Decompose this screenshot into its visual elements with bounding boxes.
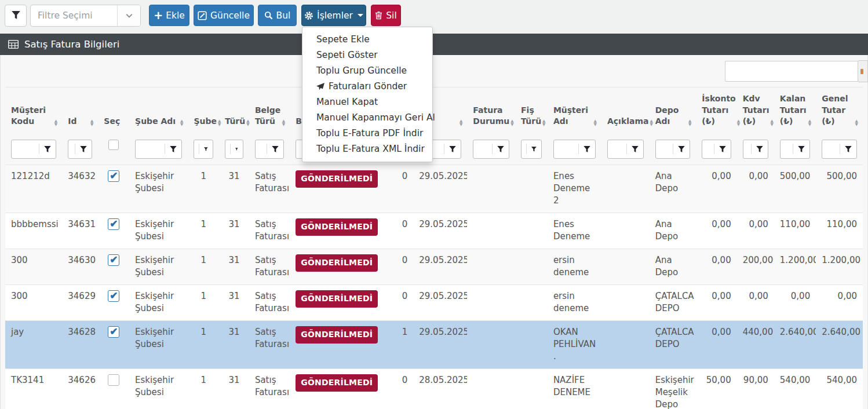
row-select-checkbox[interactable] [108,254,119,266]
sort-icon[interactable]: ▲▼ [90,119,93,127]
sort-icon[interactable]: ▲▼ [855,119,858,127]
sort-icon[interactable]: ▲▼ [808,119,811,127]
col-header-sube[interactable]: Şube▲▼ [188,87,219,134]
funnel-icon [170,146,177,152]
filter-input-fis-turu[interactable] [521,140,542,159]
filter-input-fatura-durumu[interactable] [473,140,509,159]
invoice-grid: Müşteri Kodu▲▼ Id▲▼ Seç Şube Adı▲▼ Şube▲… [5,87,863,409]
col-header-depo-adi[interactable]: Depo Adı▲▼ [650,87,696,134]
menu-item-sepeti-goster[interactable]: Sepeti Göster [302,48,432,63]
filter-input-kalan[interactable] [780,140,810,159]
row-select-checkbox[interactable] [108,374,119,386]
export-button[interactable] [858,60,868,82]
row-select-checkbox[interactable] [108,218,119,230]
filter-input-belge-turu[interactable] [255,140,284,159]
add-button[interactable]: + Ekle [149,5,189,26]
col-header-fatura-durumu[interactable]: Fatura Durumu▲▼ [467,87,515,134]
cell-musteri-kodu: jay [5,320,62,368]
export-icon [860,69,863,74]
filter-input-depo-adi[interactable] [655,140,691,159]
cell-fatura-durumu [467,320,515,368]
col-header-kalan[interactable]: Kalan Tutarı (₺)▲▼ [774,87,816,134]
cell-fatura-durumu [467,284,515,320]
update-button[interactable]: Güncelle [194,5,254,26]
find-button-label: Bul [276,10,291,21]
filter-input-id[interactable] [68,140,92,159]
cell-musteri-adi: NAZİFE DENEME [548,368,601,409]
sort-icon[interactable]: ▲▼ [594,119,597,127]
sort-icon[interactable]: ▲▼ [180,119,183,127]
caret-down-icon [358,14,363,17]
menu-item-manuel-kapat[interactable]: Manuel Kapat [302,94,432,110]
menu-item-faturalari-gonder[interactable]: Faturaları Gönder [302,79,432,94]
row-select-checkbox[interactable] [108,290,119,302]
filter-input-musteri-kodu[interactable] [11,140,56,159]
col-header-genel[interactable]: Genel Tutar (₺)▲▼ [816,87,863,134]
sec-filter-checkbox[interactable] [108,140,119,150]
delete-button[interactable]: Sil [371,5,401,26]
col-header-musteri-kodu[interactable]: Müşteri Kodu▲▼ [5,87,62,134]
sort-icon[interactable]: ▲▼ [688,119,691,127]
col-header-kdv[interactable]: Kdv Tutarı (₺)▲▼ [737,87,774,134]
sort-icon[interactable]: ▲▼ [650,119,653,127]
cell-iskonto: 0,00 [696,213,736,249]
menu-item-toplu-efatura-xml-indir[interactable]: Toplu E-Fatura XML İndir [302,141,432,157]
table-row[interactable]: 121212d 34632 Eskişehir Şubesi 1 31 Satı… [5,165,863,213]
filter-input-genel[interactable] [822,140,857,159]
trash-icon [375,11,382,20]
table-row[interactable]: 300 34629 Eskişehir Şubesi 1 31 Satış Fa… [5,284,863,320]
filter-input-aciklama[interactable] [607,140,644,159]
col-header-aciklama[interactable]: Açıklama▲▼ [601,87,650,134]
sort-icon[interactable]: ▲▼ [246,119,249,127]
sort-icon[interactable]: ▲▼ [510,119,513,127]
col-header-sube-adi[interactable]: Şube Adı▲▼ [129,87,188,134]
sort-icon[interactable]: ▲▼ [282,119,285,127]
row-select-checkbox[interactable] [108,326,119,338]
cell-sube: 1 [188,249,219,284]
sort-icon[interactable]: ▲▼ [54,119,57,127]
sort-icon[interactable]: ▲▼ [459,119,462,127]
col-header-musteri-adi[interactable]: Müşteri Adı▲▼ [548,87,601,134]
table-row[interactable]: 300 34630 Eskişehir Şubesi 1 31 Satış Fa… [5,249,863,284]
filter-input-turu[interactable] [225,140,243,159]
status-badge: GÖNDERİLMEDİ [296,290,378,308]
filter-button[interactable] [5,5,27,27]
filter-input-sube[interactable] [194,140,213,159]
table-search-input[interactable] [725,61,860,82]
col-header-fis-turu[interactable]: Fiş Türü▲▼ [515,87,548,134]
filter-input-iskonto[interactable] [702,140,731,159]
menu-item-sepete-ekle[interactable]: Sepete Ekle [302,32,432,48]
sort-icon[interactable]: ▲▼ [771,119,774,127]
sort-icon[interactable]: ▲▼ [218,119,221,127]
table-row[interactable]: bbbbemssi 34631 Eskişehir Şubesi 1 31 Sa… [5,213,863,249]
cell-fis-turu [515,320,548,368]
filter-input-sube-adi[interactable] [135,140,182,159]
menu-item-toplu-grup-guncelle[interactable]: Toplu Grup Güncelle [302,63,432,79]
sort-icon[interactable]: ▲▼ [737,119,740,127]
col-header-id[interactable]: Id▲▼ [62,87,98,134]
cell-iskonto: 0,00 [696,284,736,320]
funnel-icon [44,146,51,152]
filter-select-placeholder: Filtre Seçimi [31,10,117,21]
cell-sube-adi: Eskişehir Şubesi [129,213,188,249]
col-header-turu[interactable]: Türü▲▼ [219,87,249,134]
status-badge: GÖNDERİLMEDİ [296,374,378,392]
table-row-selected[interactable]: jay 34628 Eskişehir Şubesi 1 31 Satış Fa… [5,320,863,368]
menu-item-toplu-efatura-pdf-indir[interactable]: Toplu E-Fatura PDF İndir [302,126,432,141]
table-row[interactable]: TK3141 34626 Eskişehir Şubesi 1 31 Satış… [5,368,863,409]
filter-input-musteri-adi[interactable] [553,140,596,159]
operations-button[interactable]: İşlemler [301,5,366,26]
plus-icon: + [154,10,163,20]
sort-icon[interactable]: ▲▼ [542,119,545,127]
col-header-iskonto[interactable]: İskonto Tutarı (₺)▲▼ [696,87,736,134]
col-header-belge-turu[interactable]: Belge Türü▲▼ [249,87,290,134]
row-select-checkbox[interactable] [108,170,119,182]
cell-musteri-kodu: 300 [5,249,62,284]
menu-item-manuel-kapanmayi-geri-al[interactable]: Manuel Kapanmayı Geri Al [302,110,432,126]
cell-iskonto: 0,00 [696,320,736,368]
cell-kdv: 200,00 [737,249,774,284]
filter-select[interactable]: Filtre Seçimi [30,5,141,27]
find-button[interactable]: Bul [258,5,297,26]
filter-input-kdv[interactable] [743,140,768,159]
cell-belge-turu: Satış Faturası [249,320,290,368]
